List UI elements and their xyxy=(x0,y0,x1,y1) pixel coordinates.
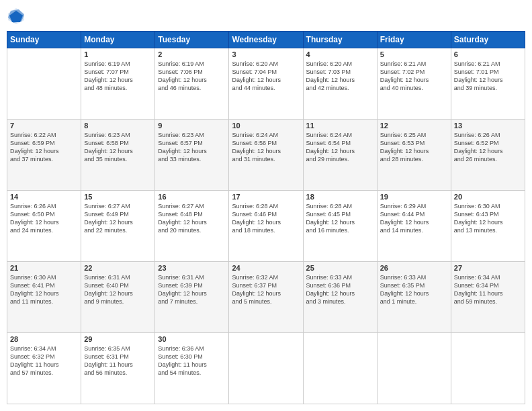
day-number: 16 xyxy=(158,193,226,201)
day-info: Sunrise: 6:20 AM Sunset: 7:04 PM Dayligh… xyxy=(232,60,300,93)
day-cell: 6Sunrise: 6:21 AM Sunset: 7:01 PM Daylig… xyxy=(451,48,525,120)
col-header-monday: Monday xyxy=(81,32,155,48)
day-info: Sunrise: 6:21 AM Sunset: 7:02 PM Dayligh… xyxy=(380,60,448,93)
day-number: 17 xyxy=(232,193,300,201)
day-number: 8 xyxy=(84,122,152,130)
col-header-saturday: Saturday xyxy=(451,32,525,48)
day-info: Sunrise: 6:31 AM Sunset: 6:39 PM Dayligh… xyxy=(158,273,226,306)
day-info: Sunrise: 6:32 AM Sunset: 6:37 PM Dayligh… xyxy=(232,273,300,306)
day-info: Sunrise: 6:30 AM Sunset: 6:41 PM Dayligh… xyxy=(10,273,78,306)
day-number: 18 xyxy=(306,193,374,201)
col-header-tuesday: Tuesday xyxy=(155,32,229,48)
day-info: Sunrise: 6:23 AM Sunset: 6:57 PM Dayligh… xyxy=(158,131,226,164)
day-info: Sunrise: 6:26 AM Sunset: 6:52 PM Dayligh… xyxy=(454,131,522,164)
day-info: Sunrise: 6:22 AM Sunset: 6:59 PM Dayligh… xyxy=(10,131,78,164)
header-row: SundayMondayTuesdayWednesdayThursdayFrid… xyxy=(7,32,525,48)
day-number: 28 xyxy=(10,335,78,343)
day-info: Sunrise: 6:33 AM Sunset: 6:36 PM Dayligh… xyxy=(306,273,374,306)
day-cell: 9Sunrise: 6:23 AM Sunset: 6:57 PM Daylig… xyxy=(155,120,229,191)
day-info: Sunrise: 6:19 AM Sunset: 7:07 PM Dayligh… xyxy=(84,60,152,93)
day-number: 15 xyxy=(84,193,152,201)
day-number: 30 xyxy=(158,335,226,343)
day-number: 23 xyxy=(158,264,226,272)
day-info: Sunrise: 6:24 AM Sunset: 6:56 PM Dayligh… xyxy=(232,131,300,164)
day-info: Sunrise: 6:29 AM Sunset: 6:44 PM Dayligh… xyxy=(380,202,448,235)
header xyxy=(7,7,525,26)
day-cell: 20Sunrise: 6:30 AM Sunset: 6:43 PM Dayli… xyxy=(451,191,525,262)
day-info: Sunrise: 6:36 AM Sunset: 6:30 PM Dayligh… xyxy=(158,345,226,377)
day-info: Sunrise: 6:31 AM Sunset: 6:40 PM Dayligh… xyxy=(84,273,152,306)
day-number: 13 xyxy=(454,122,522,130)
day-cell: 7Sunrise: 6:22 AM Sunset: 6:59 PM Daylig… xyxy=(7,120,81,191)
day-cell: 11Sunrise: 6:24 AM Sunset: 6:54 PM Dayli… xyxy=(303,120,377,191)
day-cell: 17Sunrise: 6:28 AM Sunset: 6:46 PM Dayli… xyxy=(229,191,303,262)
week-row-0: 1Sunrise: 6:19 AM Sunset: 7:07 PM Daylig… xyxy=(7,48,525,120)
calendar-table: SundayMondayTuesdayWednesdayThursdayFrid… xyxy=(7,31,525,404)
day-info: Sunrise: 6:28 AM Sunset: 6:45 PM Dayligh… xyxy=(306,202,374,235)
day-number: 24 xyxy=(232,264,300,272)
day-number: 5 xyxy=(380,50,448,58)
day-cell: 23Sunrise: 6:31 AM Sunset: 6:39 PM Dayli… xyxy=(155,262,229,333)
day-number: 12 xyxy=(380,122,448,130)
day-cell xyxy=(451,333,525,404)
day-info: Sunrise: 6:27 AM Sunset: 6:48 PM Dayligh… xyxy=(158,202,226,235)
day-info: Sunrise: 6:33 AM Sunset: 6:35 PM Dayligh… xyxy=(380,273,448,306)
day-info: Sunrise: 6:30 AM Sunset: 6:43 PM Dayligh… xyxy=(454,202,522,235)
day-info: Sunrise: 6:21 AM Sunset: 7:01 PM Dayligh… xyxy=(454,60,522,93)
logo-icon xyxy=(7,7,26,26)
day-number: 21 xyxy=(10,264,78,272)
day-number: 7 xyxy=(10,122,78,130)
day-number: 1 xyxy=(84,50,152,58)
day-number: 22 xyxy=(84,264,152,272)
day-cell: 18Sunrise: 6:28 AM Sunset: 6:45 PM Dayli… xyxy=(303,191,377,262)
day-cell: 26Sunrise: 6:33 AM Sunset: 6:35 PM Dayli… xyxy=(377,262,451,333)
day-info: Sunrise: 6:27 AM Sunset: 6:49 PM Dayligh… xyxy=(84,202,152,235)
week-row-1: 7Sunrise: 6:22 AM Sunset: 6:59 PM Daylig… xyxy=(7,120,525,191)
day-info: Sunrise: 6:19 AM Sunset: 7:06 PM Dayligh… xyxy=(158,60,226,93)
day-number: 19 xyxy=(380,193,448,201)
calendar-body: 1Sunrise: 6:19 AM Sunset: 7:07 PM Daylig… xyxy=(7,48,525,404)
day-cell xyxy=(229,333,303,404)
day-info: Sunrise: 6:24 AM Sunset: 6:54 PM Dayligh… xyxy=(306,131,374,164)
day-cell: 22Sunrise: 6:31 AM Sunset: 6:40 PM Dayli… xyxy=(81,262,155,333)
day-cell: 5Sunrise: 6:21 AM Sunset: 7:02 PM Daylig… xyxy=(377,48,451,120)
col-header-thursday: Thursday xyxy=(303,32,377,48)
logo xyxy=(7,7,28,26)
week-row-4: 28Sunrise: 6:34 AM Sunset: 6:32 PM Dayli… xyxy=(7,333,525,404)
day-cell: 27Sunrise: 6:34 AM Sunset: 6:34 PM Dayli… xyxy=(451,262,525,333)
day-cell: 8Sunrise: 6:23 AM Sunset: 6:58 PM Daylig… xyxy=(81,120,155,191)
col-header-friday: Friday xyxy=(377,32,451,48)
day-number: 14 xyxy=(10,193,78,201)
day-cell: 2Sunrise: 6:19 AM Sunset: 7:06 PM Daylig… xyxy=(155,48,229,120)
day-info: Sunrise: 6:25 AM Sunset: 6:53 PM Dayligh… xyxy=(380,131,448,164)
day-cell: 1Sunrise: 6:19 AM Sunset: 7:07 PM Daylig… xyxy=(81,48,155,120)
day-number: 27 xyxy=(454,264,522,272)
day-cell: 16Sunrise: 6:27 AM Sunset: 6:48 PM Dayli… xyxy=(155,191,229,262)
day-cell xyxy=(377,333,451,404)
day-cell: 12Sunrise: 6:25 AM Sunset: 6:53 PM Dayli… xyxy=(377,120,451,191)
day-number: 25 xyxy=(306,264,374,272)
day-cell: 25Sunrise: 6:33 AM Sunset: 6:36 PM Dayli… xyxy=(303,262,377,333)
col-header-sunday: Sunday xyxy=(7,32,81,48)
day-cell xyxy=(303,333,377,404)
day-cell: 30Sunrise: 6:36 AM Sunset: 6:30 PM Dayli… xyxy=(155,333,229,404)
week-row-3: 21Sunrise: 6:30 AM Sunset: 6:41 PM Dayli… xyxy=(7,262,525,333)
day-cell: 28Sunrise: 6:34 AM Sunset: 6:32 PM Dayli… xyxy=(7,333,81,404)
day-number: 2 xyxy=(158,50,226,58)
day-info: Sunrise: 6:34 AM Sunset: 6:32 PM Dayligh… xyxy=(10,345,78,377)
day-number: 6 xyxy=(454,50,522,58)
day-info: Sunrise: 6:35 AM Sunset: 6:31 PM Dayligh… xyxy=(84,345,152,377)
day-cell: 14Sunrise: 6:26 AM Sunset: 6:50 PM Dayli… xyxy=(7,191,81,262)
page: SundayMondayTuesdayWednesdayThursdayFrid… xyxy=(0,0,532,411)
day-cell: 29Sunrise: 6:35 AM Sunset: 6:31 PM Dayli… xyxy=(81,333,155,404)
day-info: Sunrise: 6:23 AM Sunset: 6:58 PM Dayligh… xyxy=(84,131,152,164)
day-cell: 19Sunrise: 6:29 AM Sunset: 6:44 PM Dayli… xyxy=(377,191,451,262)
day-number: 29 xyxy=(84,335,152,343)
day-number: 3 xyxy=(232,50,300,58)
day-cell xyxy=(7,48,81,120)
day-number: 4 xyxy=(306,50,374,58)
day-cell: 3Sunrise: 6:20 AM Sunset: 7:04 PM Daylig… xyxy=(229,48,303,120)
day-info: Sunrise: 6:20 AM Sunset: 7:03 PM Dayligh… xyxy=(306,60,374,93)
day-number: 20 xyxy=(454,193,522,201)
col-header-wednesday: Wednesday xyxy=(229,32,303,48)
